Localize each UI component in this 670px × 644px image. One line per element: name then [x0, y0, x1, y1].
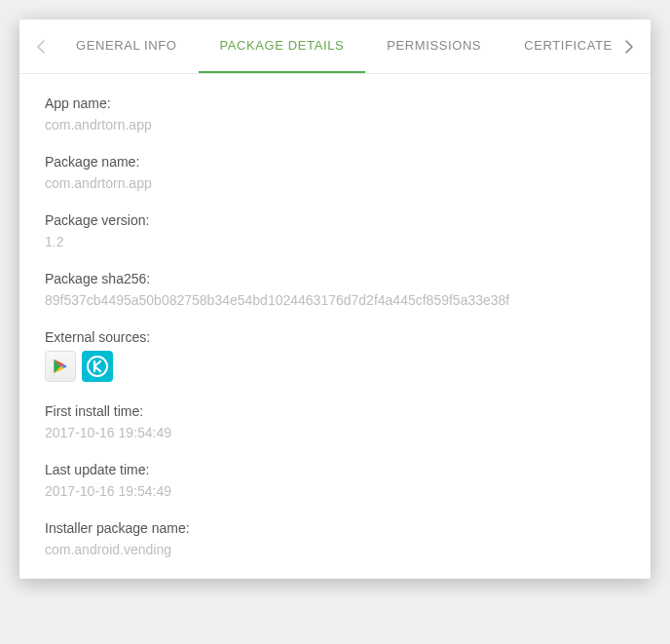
chevron-left-icon [37, 40, 45, 54]
playstore-source-link[interactable] [45, 351, 76, 382]
field-first-install-time: First install time: 2017-10-16 19:54:49 [45, 403, 625, 440]
details-content: App name: com.andrtorn.app Package name:… [19, 74, 651, 579]
scroll-right-button[interactable] [615, 33, 643, 60]
koodous-source-link[interactable] [82, 351, 113, 382]
chevron-right-icon [625, 40, 633, 54]
scroll-left-button[interactable] [27, 33, 55, 60]
installer-package-name-label: Installer package name: [45, 520, 625, 536]
last-update-time-label: Last update time: [45, 462, 625, 477]
field-external-sources: External sources: [45, 329, 625, 382]
installer-package-name-value: com.android.vending [45, 542, 625, 557]
field-last-update-time: Last update time: 2017-10-16 19:54:49 [45, 462, 625, 499]
external-sources-label: External sources: [45, 329, 625, 345]
tabs-bar: GENERAL INFO PACKAGE DETAILS PERMISSIONS… [19, 19, 651, 74]
field-package-sha256: Package sha256: 89f537cb4495a50b082758b3… [45, 271, 625, 308]
package-name-value: com.andrtorn.app [45, 175, 625, 191]
package-version-value: 1.2 [45, 234, 625, 249]
svg-point-0 [88, 357, 107, 376]
tabs-list: GENERAL INFO PACKAGE DETAILS PERMISSIONS… [55, 19, 615, 73]
tab-general-info[interactable]: GENERAL INFO [55, 19, 199, 73]
tab-certificate[interactable]: CERTIFICATE [502, 19, 615, 73]
field-app-name: App name: com.andrtorn.app [45, 95, 625, 133]
field-installer-package-name: Installer package name: com.android.vend… [45, 520, 625, 557]
package-details-card: GENERAL INFO PACKAGE DETAILS PERMISSIONS… [19, 19, 651, 579]
playstore-icon [53, 358, 68, 375]
first-install-time-value: 2017-10-16 19:54:49 [45, 425, 625, 440]
last-update-time-value: 2017-10-16 19:54:49 [45, 483, 625, 499]
field-package-name: Package name: com.andrtorn.app [45, 154, 625, 191]
external-sources-icons [45, 351, 625, 382]
tab-permissions[interactable]: PERMISSIONS [365, 19, 502, 73]
app-name-label: App name: [45, 95, 625, 111]
package-sha256-label: Package sha256: [45, 271, 625, 286]
first-install-time-label: First install time: [45, 403, 625, 419]
package-version-label: Package version: [45, 212, 625, 228]
koodous-icon [86, 355, 109, 378]
package-sha256-value: 89f537cb4495a50b082758b34e54bd1024463176… [45, 292, 625, 308]
field-package-version: Package version: 1.2 [45, 212, 625, 249]
package-name-label: Package name: [45, 154, 625, 170]
app-name-value: com.andrtorn.app [45, 117, 625, 133]
tab-package-details[interactable]: PACKAGE DETAILS [199, 19, 366, 73]
